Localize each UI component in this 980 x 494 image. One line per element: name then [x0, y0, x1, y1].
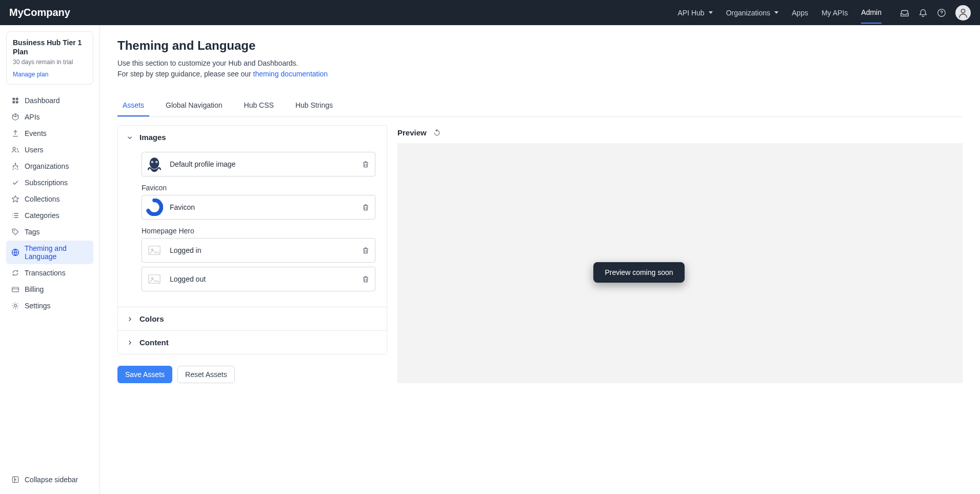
globe-icon [11, 248, 19, 256]
sidebar-item-label: Dashboard [25, 96, 60, 105]
sidebar-item-label: Transactions [25, 269, 66, 277]
nav-api-hub[interactable]: API Hub [678, 3, 713, 23]
svg-point-14 [961, 9, 965, 12]
sidebar-item-label: Theming and Language [25, 244, 88, 261]
trash-icon[interactable] [362, 246, 370, 254]
accordion-images[interactable]: Images [118, 126, 387, 149]
nav-my-apis[interactable]: My APIs [822, 3, 848, 23]
image-placeholder-icon [145, 270, 164, 288]
tab-assets[interactable]: Assets [117, 95, 149, 116]
sidebar-item-label: Settings [25, 302, 51, 310]
preview-title: Preview [397, 128, 427, 137]
star-icon [11, 195, 19, 203]
plan-subtitle: 30 days remain in trial [13, 58, 87, 66]
sidebar-item-transactions[interactable]: Transactions [6, 265, 93, 281]
asset-label: Logged in [170, 246, 355, 254]
trash-icon[interactable] [362, 160, 370, 168]
trash-icon[interactable] [362, 275, 370, 283]
tab-global-navigation[interactable]: Global Navigation [161, 95, 228, 116]
collapse-icon [11, 476, 19, 484]
dashboard-icon [11, 96, 19, 105]
asset-hero-logged-in[interactable]: Logged in [142, 238, 375, 263]
avatar[interactable] [955, 5, 971, 21]
org-icon [11, 162, 19, 170]
sidebar-item-users[interactable]: Users [6, 142, 93, 157]
gear-icon [11, 302, 19, 310]
sidebar-item-label: Subscriptions [25, 179, 68, 187]
page-description: Use this section to customize your Hub a… [117, 58, 963, 80]
favicon-thumbnail [145, 198, 164, 216]
sidebar-item-label: Events [25, 129, 47, 137]
cube-icon [11, 113, 19, 121]
sidebar-item-label: APIs [25, 113, 40, 121]
sidebar-item-label: Categories [25, 211, 59, 220]
sidebar-item-billing[interactable]: Billing [6, 282, 93, 297]
reload-icon[interactable] [433, 129, 441, 137]
sidebar-item-settings[interactable]: Settings [6, 298, 93, 313]
users-icon [11, 146, 19, 154]
accordion-content-title: Content [139, 338, 169, 347]
sidebar-item-dashboard[interactable]: Dashboard [6, 93, 93, 108]
plan-card: Business Hub Tier 1 Plan 30 days remain … [6, 31, 93, 85]
default-profile-thumbnail [145, 155, 164, 173]
asset-favicon[interactable]: Favicon [142, 195, 375, 220]
preview-tooltip: Preview coming soon [593, 262, 684, 283]
tab-hub-css[interactable]: Hub CSS [239, 95, 279, 116]
manage-plan-link[interactable]: Manage plan [13, 71, 87, 78]
trash-icon[interactable] [362, 203, 370, 211]
asset-default-profile[interactable]: Default profile image [142, 152, 375, 176]
sidebar-item-label: Users [25, 146, 44, 154]
bell-icon[interactable] [918, 8, 928, 17]
svg-point-19 [156, 162, 157, 163]
accordion-images-title: Images [139, 133, 166, 142]
check-icon [11, 179, 19, 187]
sidebar-item-organizations[interactable]: Organizations [6, 159, 93, 174]
page-title: Theming and Language [117, 38, 963, 53]
svg-point-18 [152, 162, 153, 163]
accordion-colors-title: Colors [139, 314, 164, 323]
asset-label: Default profile image [170, 160, 355, 168]
preview-canvas: Preview coming soon [397, 143, 963, 383]
list-icon [11, 211, 19, 220]
sidebar-item-collections[interactable]: Collections [6, 191, 93, 207]
refresh-icon [11, 269, 19, 277]
hero-section-label: Homepage Hero [142, 227, 375, 235]
inbox-icon[interactable] [900, 8, 909, 17]
upload-icon [11, 129, 19, 137]
sidebar-item-label: Tags [25, 228, 40, 236]
sidebar-item-tags[interactable]: Tags [6, 224, 93, 240]
image-placeholder-icon [145, 241, 164, 260]
collapse-label: Collapse sidebar [25, 476, 78, 484]
sidebar-item-label: Organizations [25, 162, 69, 170]
favicon-section-label: Favicon [142, 184, 375, 192]
tag-icon [11, 228, 19, 236]
sidebar-item-categories[interactable]: Categories [6, 208, 93, 223]
card-icon [11, 285, 19, 293]
chevron-down-icon [774, 11, 778, 14]
svg-point-20 [157, 211, 161, 215]
accordion-content[interactable]: Content [118, 330, 387, 354]
sidebar-item-label: Collections [25, 195, 59, 203]
svg-point-15 [150, 157, 159, 169]
nav-organizations[interactable]: Organizations [726, 3, 778, 23]
reset-assets-button[interactable]: Reset Assets [177, 366, 235, 383]
sidebar-item-apis[interactable]: APIs [6, 109, 93, 125]
save-assets-button[interactable]: Save Assets [117, 366, 172, 383]
theming-docs-link[interactable]: theming documentation [253, 70, 328, 78]
sidebar-item-theming-and-language[interactable]: Theming and Language [6, 241, 93, 264]
brand-logo[interactable]: MyCompany [9, 7, 70, 18]
help-icon[interactable] [937, 8, 946, 17]
accordion-colors[interactable]: Colors [118, 307, 387, 330]
collapse-sidebar-button[interactable]: Collapse sidebar [6, 471, 93, 488]
chevron-down-icon [709, 11, 713, 14]
tab-hub-strings[interactable]: Hub Strings [290, 95, 338, 116]
nav-apps[interactable]: Apps [792, 3, 808, 23]
asset-label: Favicon [170, 203, 355, 211]
sidebar-item-events[interactable]: Events [6, 126, 93, 141]
nav-admin[interactable]: Admin [861, 2, 882, 24]
chevron-right-icon [126, 339, 133, 346]
chevron-right-icon [126, 315, 133, 323]
sidebar-item-subscriptions[interactable]: Subscriptions [6, 175, 93, 190]
asset-hero-logged-out[interactable]: Logged out [142, 267, 375, 291]
sidebar-item-label: Billing [25, 285, 44, 293]
